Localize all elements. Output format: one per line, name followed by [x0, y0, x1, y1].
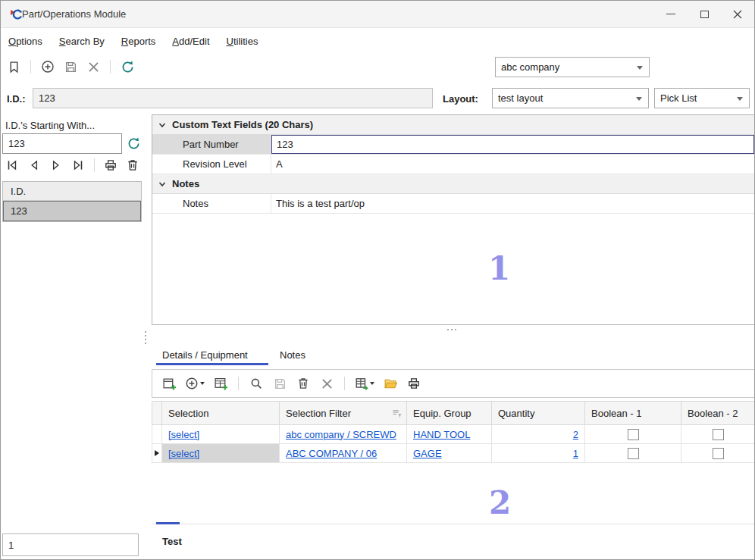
- column-header-selection-filter[interactable]: Selection Filter: [280, 401, 407, 425]
- refresh-icon: [121, 60, 135, 74]
- search-rows-button[interactable]: [248, 375, 265, 392]
- toolbar-separator: [94, 158, 95, 172]
- row-indicator-cell: [152, 444, 162, 463]
- open-button[interactable]: [382, 375, 399, 392]
- save-rows-button[interactable]: [271, 375, 288, 392]
- print-list-button[interactable]: [102, 157, 119, 174]
- add-date-button[interactable]: [161, 375, 177, 392]
- delete-record-button[interactable]: [85, 58, 102, 75]
- toolbar-separator: [110, 60, 111, 74]
- bookmark-button[interactable]: [5, 58, 22, 75]
- column-header-selection[interactable]: Selection: [162, 401, 280, 425]
- view-mode-dropdown-value: Pick List: [660, 92, 697, 104]
- boolean-2-checkbox[interactable]: [713, 448, 724, 459]
- boolean-2-checkbox[interactable]: [713, 429, 724, 440]
- group-custom-text-fields[interactable]: Custom Text Fields (20 Chars): [152, 115, 754, 135]
- boolean-1-checkbox[interactable]: [628, 429, 639, 440]
- chevron-down-icon: [158, 180, 167, 189]
- id-filter-value: 123: [8, 138, 25, 149]
- menu-bar: Options Search By Reports Add/Edit Utili…: [1, 30, 754, 52]
- maximize-button[interactable]: [688, 1, 721, 27]
- id-input[interactable]: 123: [33, 88, 433, 108]
- window-title: Part/Operations Module: [22, 8, 126, 20]
- toolbar-separator: [344, 377, 345, 390]
- id-list-row-selected[interactable]: 123: [3, 201, 141, 221]
- column-header-equip-group[interactable]: Equip. Group: [407, 401, 492, 425]
- boolean-2-cell: [681, 444, 755, 463]
- filter-refresh-button[interactable]: [127, 136, 141, 153]
- tab-details-equipment[interactable]: Details / Equipment: [162, 346, 248, 364]
- row-indicator-header: [152, 401, 162, 425]
- cancel-rows-button[interactable]: [318, 375, 335, 392]
- equipment-table: Selection Selection Filter Equip. Group …: [152, 401, 755, 463]
- close-button[interactable]: [721, 1, 754, 27]
- property-value-input[interactable]: This is a test part/op: [271, 194, 754, 213]
- menu-utilities[interactable]: Utilities: [227, 36, 258, 47]
- menu-add-edit[interactable]: Add/Edit: [172, 36, 209, 47]
- menu-search-by[interactable]: Search By: [59, 36, 105, 47]
- equip-group-link[interactable]: HAND TOOL: [413, 429, 470, 440]
- printer-icon: [104, 158, 117, 172]
- layout-dropdown[interactable]: test layout: [492, 88, 649, 108]
- chevron-down-icon: [737, 97, 743, 101]
- nav-next-button[interactable]: [48, 157, 64, 174]
- property-value-input[interactable]: 123: [271, 135, 754, 154]
- add-row-dropdown-button[interactable]: [184, 375, 205, 392]
- group-notes[interactable]: Notes: [152, 174, 754, 194]
- equip-group-cell: HAND TOOL: [407, 425, 492, 444]
- nav-last-button[interactable]: [70, 157, 86, 174]
- horizontal-splitter-handle[interactable]: [447, 329, 456, 330]
- column-header-boolean-2[interactable]: Boolean - 2: [681, 401, 755, 425]
- view-mode-dropdown[interactable]: Pick List: [654, 88, 750, 108]
- export-grid-dropdown-button[interactable]: [354, 375, 375, 392]
- column-header-boolean-1[interactable]: Boolean - 1: [585, 401, 681, 425]
- layout-label: Layout:: [443, 93, 478, 105]
- select-link[interactable]: [select]: [168, 429, 199, 440]
- quantity-link[interactable]: 2: [573, 429, 578, 440]
- bottom-tab-test[interactable]: Test: [162, 536, 182, 547]
- refresh-icon: [127, 136, 141, 151]
- plus-circle-icon: [41, 60, 55, 74]
- menu-options[interactable]: Options: [8, 36, 42, 47]
- nav-first-button[interactable]: [4, 157, 20, 174]
- filter-funnel-icon[interactable]: [392, 408, 402, 418]
- form-add-icon: [214, 377, 228, 391]
- tab-notes[interactable]: Notes: [280, 346, 305, 364]
- boolean-1-checkbox[interactable]: [628, 448, 639, 459]
- window-controls: [654, 1, 754, 27]
- property-value-input[interactable]: A: [271, 155, 754, 174]
- cancel-x-icon: [321, 378, 333, 389]
- property-row-revision-level: Revision Level A: [152, 155, 754, 174]
- selection-filter-link[interactable]: ABC COMPANY / 06: [286, 448, 377, 459]
- select-link[interactable]: [select]: [168, 448, 199, 459]
- selection-filter-link[interactable]: abc company / SCREWD: [286, 429, 396, 440]
- property-label[interactable]: Notes: [152, 194, 271, 213]
- id-list-header[interactable]: I.D.: [3, 182, 141, 201]
- quantity-link[interactable]: 1: [573, 448, 578, 459]
- column-header-quantity[interactable]: Quantity: [492, 401, 585, 425]
- refresh-button[interactable]: [119, 58, 136, 75]
- nav-next-icon: [49, 158, 63, 172]
- add-from-template-button[interactable]: [212, 375, 229, 392]
- close-icon: [733, 10, 742, 19]
- selection-filter-cell: ABC COMPANY / 06: [280, 444, 407, 463]
- id-filter-input[interactable]: 123: [2, 133, 122, 154]
- quantity-cell: 1: [492, 444, 585, 463]
- add-record-button[interactable]: [39, 58, 56, 75]
- nav-prev-button[interactable]: [26, 157, 42, 174]
- starting-with-label: I.D.'s Starting With...: [5, 120, 95, 131]
- minimize-button[interactable]: [654, 1, 688, 27]
- equip-group-link[interactable]: GAGE: [413, 448, 442, 459]
- company-dropdown-value: abc company: [501, 61, 559, 73]
- save-record-button[interactable]: [62, 58, 79, 75]
- delete-list-button[interactable]: [124, 157, 141, 174]
- maximize-icon: [700, 11, 709, 18]
- menu-reports[interactable]: Reports: [121, 36, 156, 47]
- chevron-down-icon: [200, 382, 205, 385]
- company-dropdown[interactable]: abc company: [495, 57, 650, 77]
- delete-rows-button[interactable]: [295, 375, 312, 392]
- property-label[interactable]: Part Number: [152, 135, 271, 154]
- property-label[interactable]: Revision Level: [152, 155, 271, 174]
- vertical-splitter-handle[interactable]: [145, 331, 146, 344]
- print-grid-button[interactable]: [406, 375, 422, 392]
